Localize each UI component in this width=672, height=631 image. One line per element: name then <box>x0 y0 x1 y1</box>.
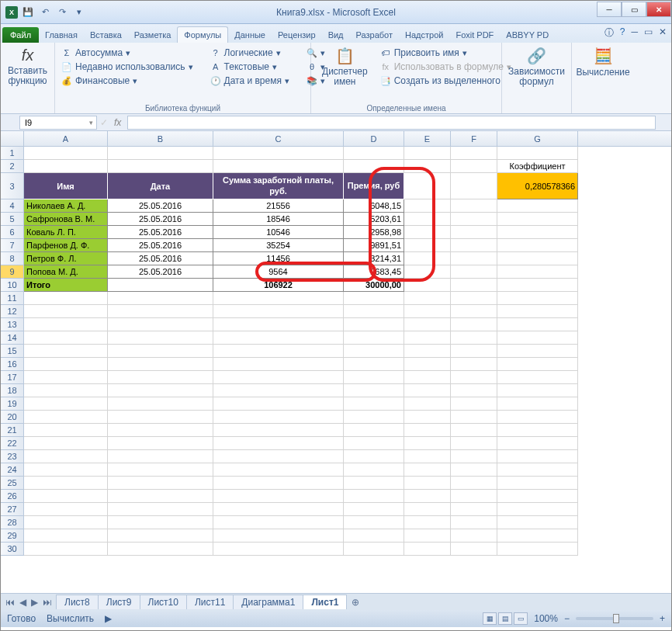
page-layout-icon[interactable]: ▤ <box>498 612 512 625</box>
tab-foxit[interactable]: Foxit PDF <box>449 27 500 43</box>
spreadsheet-grid[interactable]: A B C D E F G 1 2Коэффициент 3 Имя Дата … <box>1 131 671 593</box>
tab-insert[interactable]: Вставка <box>84 27 128 43</box>
sheet-next-icon[interactable]: ▶ <box>29 597 40 608</box>
tab-addins[interactable]: Надстрой <box>399 27 449 43</box>
name-manager-button[interactable]: 📋 Диспетчер имен <box>316 45 374 88</box>
formula-input[interactable] <box>127 116 656 130</box>
col-header-E[interactable]: E <box>404 131 451 146</box>
tab-dev[interactable]: Разработ <box>350 27 399 43</box>
fx-label-icon[interactable]: fx <box>114 117 121 128</box>
col-header-D[interactable]: D <box>344 131 404 146</box>
redo-icon[interactable]: ↷ <box>55 5 69 19</box>
header-name[interactable]: Имя <box>24 173 108 199</box>
financial-button[interactable]: 💰Финансовые ▾ <box>60 75 195 87</box>
col-header-B[interactable]: B <box>108 131 213 146</box>
tab-data[interactable]: Данные <box>228 27 272 43</box>
window-controls: ─ ▭ ✕ <box>597 1 671 17</box>
calculation-button[interactable]: 🧮 Вычисление <box>577 45 629 79</box>
sheet-tab[interactable]: Лист11 <box>186 595 234 609</box>
name-box[interactable]: I9 <box>19 116 97 130</box>
text-icon: A <box>210 61 221 72</box>
tab-formulas[interactable]: Формулы <box>177 26 228 43</box>
row-4: 4Николаев А. Д.25.05.2016215566048,15 <box>1 199 671 213</box>
row-header[interactable]: 1 <box>1 147 24 160</box>
zoom-level[interactable]: 100% <box>534 613 558 624</box>
qat-dropdown-icon[interactable]: ▾ <box>72 5 86 19</box>
col-header-F[interactable]: F <box>451 131 497 146</box>
cell-name[interactable]: Николаев А. Д. <box>24 199 108 213</box>
sheet-prev-icon[interactable]: ◀ <box>18 597 28 608</box>
zoom-slider[interactable] <box>576 617 653 620</box>
total-bonus-cell[interactable]: 30000,00 <box>344 279 404 292</box>
mdi-close-icon[interactable]: ✕ <box>659 26 667 40</box>
clock-icon: 🕐 <box>210 75 221 86</box>
tab-file[interactable]: Файл <box>2 27 39 43</box>
from-selection-button[interactable]: 📑Создать из выделенного <box>379 75 513 87</box>
tab-home[interactable]: Главная <box>39 27 84 43</box>
header-salary[interactable]: Сумма заработной платы, руб. <box>213 173 344 199</box>
row-26: 26 <box>1 490 671 503</box>
logical-button[interactable]: ?Логические ▾ <box>209 47 291 59</box>
row-24: 24 <box>1 463 671 477</box>
zoom-out-icon[interactable]: − <box>564 613 570 624</box>
close-button[interactable]: ✕ <box>646 2 671 17</box>
row-7: 7Парфенов Д. Ф.25.05.2016352549891,51 <box>1 239 671 252</box>
col-header-G[interactable]: G <box>497 131 578 146</box>
row-10: 10Итого10692230000,00 <box>1 279 671 292</box>
col-header-A[interactable]: A <box>24 131 108 146</box>
page-break-icon[interactable]: ▭ <box>514 612 528 625</box>
sheet-tab[interactable]: Лист9 <box>98 595 140 609</box>
use-formula-button[interactable]: fxИспользовать в формуле ▾ <box>379 61 513 73</box>
normal-view-icon[interactable]: ▦ <box>483 612 497 625</box>
row-9: 9Попова М. Д.25.05.201695642683,45 <box>1 265 671 279</box>
help-icon[interactable]: ? <box>620 26 625 40</box>
row-17: 17 <box>1 371 671 384</box>
total-salary-cell[interactable]: 106922 <box>213 279 344 292</box>
coef-header-cell[interactable]: Коэффициент <box>497 160 578 173</box>
select-all-corner[interactable] <box>1 131 24 146</box>
datetime-button[interactable]: 🕐Дата и время ▾ <box>209 75 291 87</box>
total-label-cell[interactable]: Итого <box>24 279 108 292</box>
maximize-button[interactable]: ▭ <box>622 2 646 17</box>
tab-layout[interactable]: Разметка <box>128 27 178 43</box>
macro-rec-icon[interactable]: ▶ <box>105 613 112 624</box>
sigma-icon: Σ <box>61 47 72 58</box>
insert-function-button[interactable]: fx Вставить функцию <box>5 45 50 88</box>
undo-icon[interactable]: ↶ <box>38 5 52 19</box>
row-15: 15 <box>1 345 671 358</box>
sheet-tab[interactable]: Лист8 <box>56 595 99 609</box>
new-sheet-icon[interactable]: ⊕ <box>347 597 364 608</box>
row-25: 25 <box>1 477 671 490</box>
sheet-tab-active[interactable]: Лист1 <box>303 595 347 609</box>
row-header[interactable]: 3 <box>1 173 24 199</box>
col-header-C[interactable]: C <box>213 131 344 146</box>
row-12: 12 <box>1 305 671 318</box>
coef-value-cell[interactable]: 0,280578366 <box>497 173 578 199</box>
ribbon-tabs: Файл Главная Вставка Разметка Формулы Да… <box>1 24 671 43</box>
row-3: 3 Имя Дата Сумма заработной платы, руб. … <box>1 173 671 199</box>
recent-button[interactable]: 📄Недавно использовались ▾ <box>60 61 195 73</box>
formula-bar: I9 ✓ fx <box>1 114 671 131</box>
formula-deps-button[interactable]: 🔗 Зависимости формул <box>507 45 566 88</box>
header-date[interactable]: Дата <box>108 173 213 199</box>
sheet-last-icon[interactable]: ⏭ <box>41 597 54 608</box>
text-button[interactable]: AТекстовые ▾ <box>209 61 291 73</box>
mdi-restore-icon[interactable]: ▭ <box>644 26 653 40</box>
tag-icon: 🏷 <box>380 47 391 58</box>
zoom-in-icon[interactable]: + <box>660 613 665 624</box>
row-header[interactable]: 2 <box>1 160 24 173</box>
autosum-button[interactable]: ΣАвтосумма ▾ <box>60 47 195 59</box>
sheet-tab[interactable]: Диаграмма1 <box>233 595 303 609</box>
save-icon[interactable]: 💾 <box>21 5 35 19</box>
ribbon-min-icon[interactable]: ⓘ <box>604 26 614 40</box>
tab-view[interactable]: Вид <box>322 27 350 43</box>
header-bonus[interactable]: Премия, руб <box>344 173 404 199</box>
tab-review[interactable]: Рецензир <box>272 27 322 43</box>
minimize-button[interactable]: ─ <box>597 2 622 17</box>
sheet-first-icon[interactable]: ⏮ <box>4 597 16 608</box>
row-20: 20 <box>1 411 671 424</box>
mdi-min-icon[interactable]: ─ <box>631 26 638 40</box>
define-name-button[interactable]: 🏷Присвоить имя ▾ <box>379 47 513 59</box>
sheet-tab[interactable]: Лист10 <box>140 595 187 609</box>
tab-abbyy[interactable]: ABBYY PD <box>500 27 555 43</box>
